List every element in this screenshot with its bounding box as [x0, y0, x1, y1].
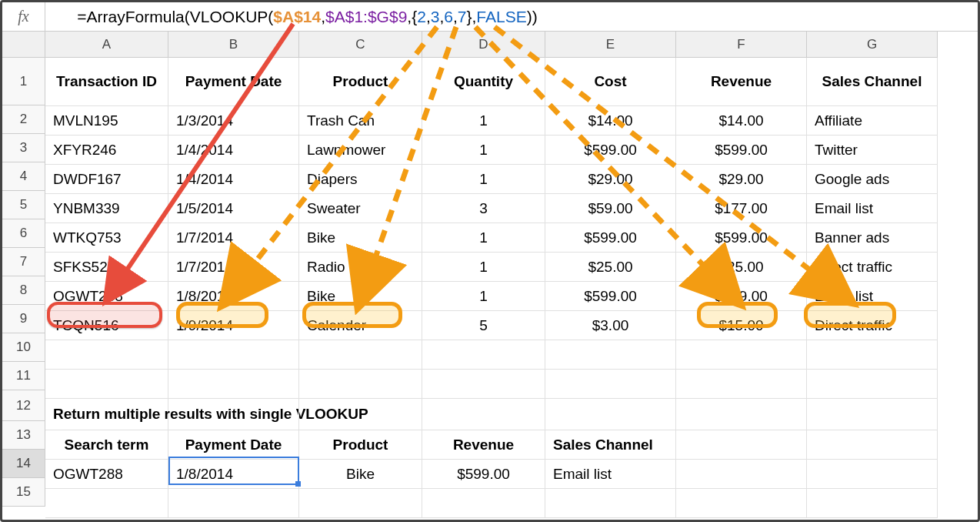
row-header-1[interactable]: 1 [2, 58, 45, 105]
result-header-row: Search term Payment Date Product Revenue… [45, 430, 938, 460]
section-title-row: Return multiple results with single VLOO… [45, 399, 938, 430]
row-header-4[interactable]: 4 [2, 162, 45, 191]
formula-arg1: $A$14 [273, 8, 321, 25]
col-header-E[interactable]: E [545, 32, 676, 57]
table-header-row: Transaction ID Payment Date Product Quan… [45, 58, 938, 106]
col-header-G[interactable]: G [807, 32, 938, 57]
col-header-C[interactable]: C [299, 32, 422, 57]
row-header-10[interactable]: 10 [2, 333, 45, 362]
header-quantity[interactable]: Quantity [422, 58, 545, 105]
col-header-D[interactable]: D [422, 32, 545, 57]
table-row: SFKS5271/7/2014Radio1$25.00$25.00Direct … [45, 253, 938, 282]
header-transaction-id[interactable]: Transaction ID [45, 58, 168, 105]
row-header-2[interactable]: 2 [2, 105, 45, 134]
table-row [45, 370, 938, 399]
table-row: DWDF1671/4/2014Diapers1$29.00$29.00Googl… [45, 165, 938, 194]
grid: Transaction ID Payment Date Product Quan… [45, 58, 938, 518]
header-product[interactable]: Product [299, 58, 422, 105]
formula-bar: fx =ArrayFormula(VLOOKUP($A$14,$A$1:$G$9… [2, 2, 978, 32]
table-row: YNBM3391/5/2014Sweater3$59.00$177.00Emai… [45, 194, 938, 223]
row-header-9[interactable]: 9 [2, 305, 45, 333]
table-row: TCQN5161/9/2014Calender5$3.00$15.00Direc… [45, 311, 938, 340]
select-all-corner[interactable] [2, 32, 45, 58]
table-row [45, 489, 938, 518]
table-row: XFYR2461/4/2014Lawnmower1$599.00$599.00T… [45, 136, 938, 165]
col-header-A[interactable]: A [45, 32, 168, 57]
col-header-B[interactable]: B [168, 32, 299, 57]
result-row: OGWT288 1/8/2014 Bike $599.00 Email list [45, 460, 938, 489]
header-sales-channel[interactable]: Sales Channel [807, 58, 938, 105]
fx-icon: fx [2, 2, 45, 31]
row-header-5[interactable]: 5 [2, 191, 45, 219]
cell-A14[interactable]: OGWT288 [45, 460, 168, 488]
formula-arg2: $A$1:$G$9 [325, 8, 407, 25]
row-header-11[interactable]: 11 [2, 362, 45, 390]
table-row [45, 340, 938, 370]
row-header-3[interactable]: 3 [2, 134, 45, 162]
col-header-F[interactable]: F [676, 32, 807, 57]
header-payment-date[interactable]: Payment Date [168, 58, 299, 105]
row-header-13[interactable]: 13 [2, 421, 45, 450]
formula-fn: =ArrayFormula(VLOOKUP( [77, 8, 273, 25]
row-header-12[interactable]: 12 [2, 390, 45, 421]
column-headers: A B C D E F G [45, 32, 938, 58]
cell-B14[interactable]: 1/8/2014 [168, 460, 299, 488]
section-title[interactable]: Return multiple results with single VLOO… [45, 399, 168, 430]
row-headers: 1 2 3 4 5 6 7 8 9 10 11 12 13 14 15 [2, 58, 45, 507]
table-row: MVLN1951/3/2014Trash Can1$14.00$14.00Aff… [45, 106, 938, 136]
header-cost[interactable]: Cost [545, 58, 676, 105]
row-header-14[interactable]: 14 [2, 450, 45, 478]
table-row: OGWT2881/8/2014Bike1$599.00$599.00Email … [45, 282, 938, 311]
row-header-15[interactable]: 15 [2, 478, 45, 507]
header-revenue[interactable]: Revenue [676, 58, 807, 105]
table-row: WTKQ7531/7/2014Bike1$599.00$599.00Banner… [45, 223, 938, 253]
row-header-8[interactable]: 8 [2, 276, 45, 305]
row-header-6[interactable]: 6 [2, 219, 45, 248]
row-header-7[interactable]: 7 [2, 248, 45, 276]
